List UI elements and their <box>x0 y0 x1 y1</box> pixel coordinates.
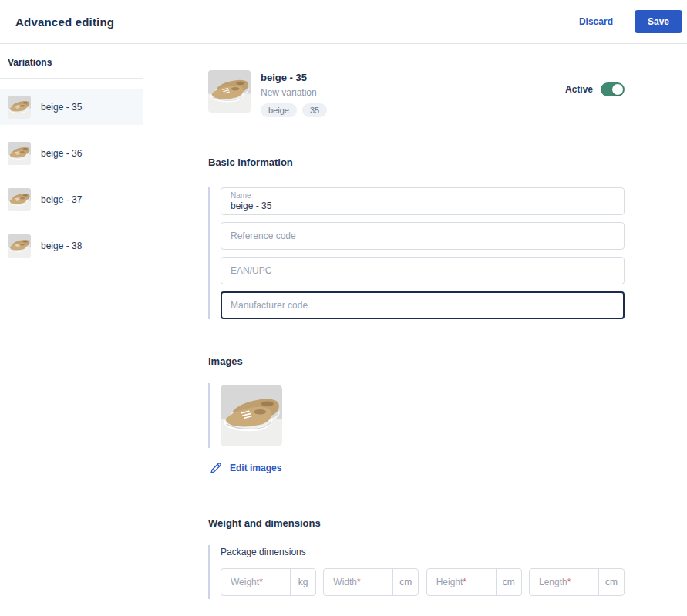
main-layout: Variations beige - 35 beige - 36 beige -… <box>0 44 687 616</box>
variation-thumbnail <box>8 188 31 211</box>
variation-item-beige-36[interactable]: beige - 36 <box>0 136 143 171</box>
product-header: beige - 35 New variation beige 35 Active <box>208 70 625 117</box>
width-unit: cm <box>392 569 418 595</box>
edit-images-label: Edit images <box>230 463 281 473</box>
variations-sidebar: Variations beige - 35 beige - 36 beige -… <box>0 44 143 616</box>
product-info: beige - 35 New variation beige 35 <box>261 70 327 117</box>
variation-label: beige - 35 <box>41 102 82 113</box>
weight-input[interactable]: Weight* <box>221 569 290 595</box>
active-label: Active <box>565 84 593 95</box>
toggle-knob <box>612 84 623 95</box>
weight-placeholder: Weight <box>231 577 259 587</box>
length-placeholder: Length <box>539 577 567 587</box>
variation-thumbnail <box>8 142 31 165</box>
reference-code-input[interactable] <box>221 222 625 250</box>
required-mark: * <box>357 577 361 587</box>
weight-dimensions-section: Weight and dimensions Package dimensions… <box>208 517 625 599</box>
height-input[interactable]: Height* <box>427 569 496 595</box>
length-input[interactable]: Length* <box>530 569 598 595</box>
variation-list: beige - 35 beige - 36 beige - 37 beige -… <box>0 79 143 264</box>
sidebar-title: Variations <box>0 44 143 78</box>
images-heading: Images <box>208 355 625 367</box>
variation-label: beige - 37 <box>41 194 82 205</box>
pencil-icon <box>209 461 223 475</box>
page-title: Advanced editing <box>15 15 114 29</box>
manufacturer-field-wrap <box>221 291 625 319</box>
weight-unit: kg <box>290 569 315 595</box>
variation-item-beige-37[interactable]: beige - 37 <box>0 182 143 217</box>
package-dimensions-label: Package dimensions <box>221 547 625 557</box>
basic-information-fields: Name <box>208 187 625 319</box>
variation-thumbnail <box>8 234 31 258</box>
variation-item-beige-35[interactable]: beige - 35 <box>0 89 143 125</box>
variation-thumbnail <box>8 96 31 119</box>
variation-label: beige - 36 <box>41 148 82 159</box>
length-unit: cm <box>598 569 624 595</box>
reference-field-wrap <box>221 222 625 250</box>
height-placeholder: Height <box>436 577 463 587</box>
variation-item-beige-38[interactable]: beige - 38 <box>0 228 143 264</box>
edit-images-button[interactable]: Edit images <box>209 461 281 475</box>
images-section: Images Edit images <box>208 355 625 475</box>
variation-label: beige - 38 <box>41 241 82 251</box>
weight-field[interactable]: Weight* kg <box>221 568 316 596</box>
badge-size: 35 <box>302 103 327 117</box>
height-unit: cm <box>496 569 521 595</box>
required-mark: * <box>567 577 571 587</box>
package-dimensions-group: Package dimensions Weight* kg Width* cm … <box>208 545 625 599</box>
width-field[interactable]: Width* cm <box>323 568 419 596</box>
product-image-tile[interactable] <box>221 385 282 446</box>
product-badges: beige 35 <box>261 103 327 117</box>
top-bar: Advanced editing Discard Save <box>0 0 687 44</box>
product-name: beige - 35 <box>261 72 327 83</box>
required-mark: * <box>463 577 466 587</box>
ean-field-wrap <box>221 257 625 284</box>
weight-dimensions-heading: Weight and dimensions <box>208 517 625 529</box>
basic-information-heading: Basic information <box>208 157 625 168</box>
product-status: New variation <box>261 87 327 98</box>
width-input[interactable]: Width* <box>324 569 392 595</box>
active-toggle-group: Active <box>565 82 625 96</box>
images-group <box>208 383 625 448</box>
editor-panel: beige - 35 New variation beige 35 Active… <box>143 44 687 616</box>
required-mark: * <box>259 577 263 587</box>
basic-information-section: Basic information Name <box>208 157 625 319</box>
name-input[interactable] <box>221 187 625 215</box>
badge-color: beige <box>261 103 297 117</box>
manufacturer-code-input[interactable] <box>221 291 625 319</box>
name-field-wrap: Name <box>221 187 625 215</box>
height-field[interactable]: Height* cm <box>426 568 522 596</box>
width-placeholder: Width <box>333 577 357 587</box>
length-field[interactable]: Length* cm <box>529 568 625 596</box>
ean-upc-input[interactable] <box>221 257 625 284</box>
product-thumbnail <box>208 70 251 113</box>
discard-button[interactable]: Discard <box>579 16 613 27</box>
dimensions-row: Weight* kg Width* cm Height* cm Length <box>221 568 625 596</box>
save-button[interactable]: Save <box>635 10 682 33</box>
active-toggle[interactable] <box>601 82 625 96</box>
